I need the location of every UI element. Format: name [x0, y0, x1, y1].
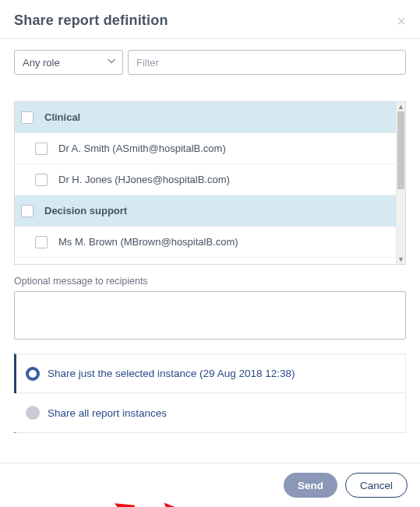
group-checkbox[interactable]: [21, 111, 34, 124]
filter-input[interactable]: [128, 50, 406, 75]
list-item[interactable]: Dr A. Smith (ASmith@hospitalB.com): [15, 133, 396, 164]
scrollbar[interactable]: ▲ ▼: [396, 102, 405, 264]
item-checkbox[interactable]: [35, 143, 48, 155]
radio-selected-icon: [26, 367, 40, 381]
item-label: Dr H. Jones (HJones@hospitalB.com): [58, 174, 230, 185]
group-label: Clinical: [44, 111, 80, 123]
scroll-thumb[interactable]: [397, 111, 404, 189]
share-scope-options: Share just the selected instance (29 Aug…: [14, 354, 406, 433]
option-all-instances[interactable]: Share all report instances: [14, 393, 405, 432]
group-checkbox[interactable]: [21, 205, 34, 217]
group-header-clinical[interactable]: Clinical: [15, 102, 396, 133]
close-icon[interactable]: ×: [397, 13, 406, 29]
option-label: Share all report instances: [48, 407, 167, 419]
group-header-decision-support[interactable]: Decision support: [15, 195, 396, 227]
send-button[interactable]: Send: [284, 473, 337, 498]
dialog-header: Share report definition ×: [0, 0, 420, 39]
list-item[interactable]: Dr H. Jones (HJones@hospitalB.com): [15, 164, 396, 195]
item-checkbox[interactable]: [35, 236, 48, 248]
list-item[interactable]: Ms M. Brown (MBrown@hospitalB.com): [15, 227, 396, 258]
dialog-body: Any role Clinical Dr A. Smith (ASmith@ho…: [0, 39, 420, 433]
role-select-value: Any role: [23, 57, 60, 69]
item-label: Ms M. Brown (MBrown@hospitalB.com): [58, 236, 238, 248]
message-label: Optional message to recipients: [14, 276, 406, 287]
dialog-footer: Send Cancel: [0, 463, 420, 507]
item-label: Dr A. Smith (ASmith@hospitalB.com): [58, 143, 226, 154]
item-checkbox[interactable]: [35, 174, 48, 186]
filters-row: Any role: [14, 50, 406, 75]
cancel-button[interactable]: Cancel: [345, 473, 408, 498]
group-label: Decision support: [44, 205, 127, 217]
role-select[interactable]: Any role: [14, 50, 123, 75]
recipients-list: Clinical Dr A. Smith (ASmith@hospitalB.c…: [14, 101, 406, 265]
dialog-title: Share report definition: [14, 12, 168, 29]
chevron-down-icon: [107, 57, 116, 69]
scroll-down-icon[interactable]: ▼: [397, 255, 405, 264]
scroll-up-icon[interactable]: ▲: [397, 102, 405, 111]
option-label: Share just the selected instance (29 Aug…: [48, 368, 295, 379]
option-selected-instance[interactable]: Share just the selected instance (29 Aug…: [16, 354, 405, 393]
message-textarea[interactable]: [14, 291, 406, 340]
radio-unselected-icon: [26, 406, 40, 420]
